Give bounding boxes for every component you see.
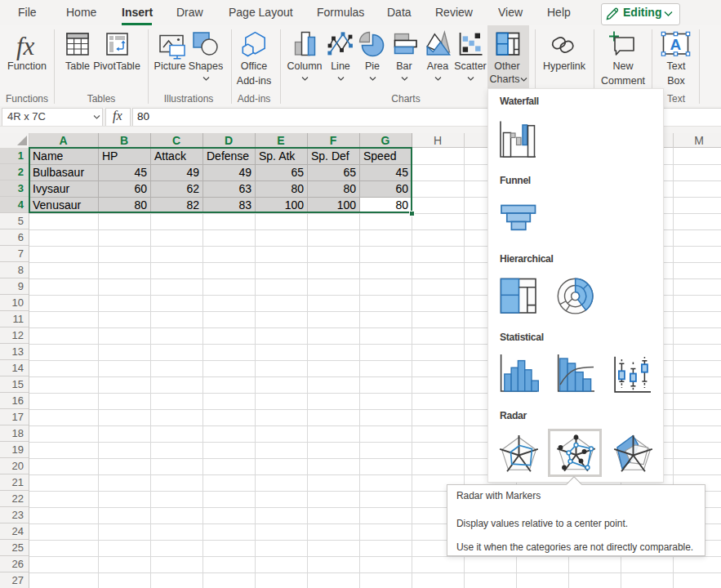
svg-text:fx: fx [16, 32, 35, 60]
svg-text:A: A [670, 36, 682, 53]
